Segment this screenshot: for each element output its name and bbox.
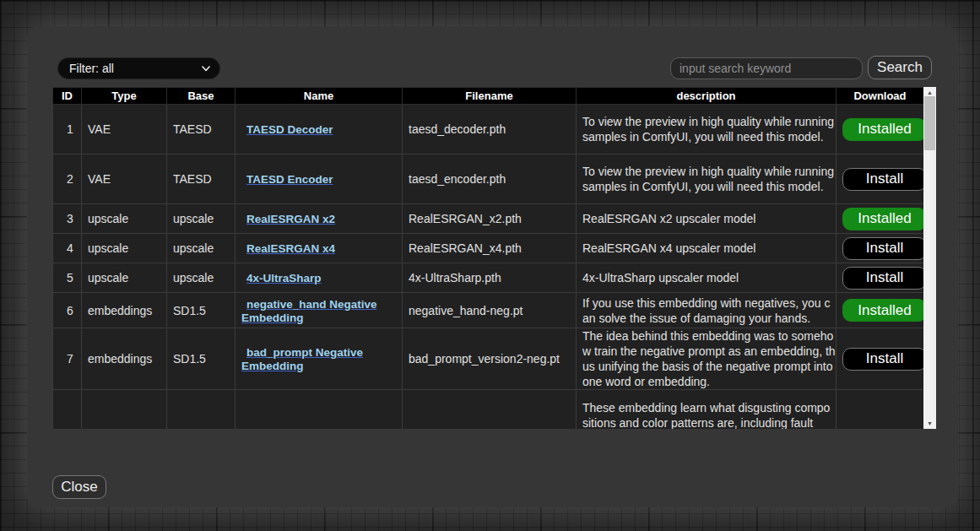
model-name-link[interactable]: 4x-UltraSharp (246, 272, 322, 284)
cell-description: To view the preview in high quality whil… (577, 154, 837, 204)
cell-id: 7 (53, 328, 82, 390)
models-table: ID Type Base Name Filename description D… (52, 87, 924, 429)
cell-type (82, 390, 167, 430)
install-button[interactable]: Install (842, 267, 927, 290)
cell-description: RealESRGAN x4 upscaler model (577, 234, 837, 263)
header-filename: Filename (403, 88, 577, 105)
cell-type: embeddings (82, 293, 167, 328)
install-button[interactable]: Installed (842, 299, 927, 322)
filter-dropdown[interactable]: Filter: all (57, 57, 220, 79)
cell-id: 6 (53, 293, 82, 328)
cell-filename: 4x-UltraSharp.pth (403, 263, 577, 293)
cell-download: Install (837, 234, 924, 263)
cell-filename: RealESRGAN_x2.pth (403, 204, 577, 234)
table-row: 3 upscale upscale RealESRGAN x2 RealESRG… (53, 204, 924, 234)
scrollbar-down-icon[interactable]: ▼ (923, 418, 936, 429)
cell-filename: taesd_decoder.pth (403, 105, 577, 154)
cell-description: RealESRGAN x2 upscaler model (577, 204, 837, 234)
cell-type: embeddings (82, 328, 167, 390)
model-name-link[interactable]: RealESRGAN x4 (246, 242, 335, 255)
install-button[interactable]: Installed (842, 208, 927, 230)
close-button[interactable]: Close (52, 475, 106, 499)
cell-filename: negative_hand-neg.pt (403, 293, 577, 328)
table-row: 7 embeddings SD1.5 bad_prompt Negative E… (53, 328, 924, 390)
cell-id: 5 (53, 263, 82, 293)
header-id: ID (53, 88, 82, 105)
cell-name: negative_hand Negative Embedding (236, 293, 403, 328)
cell-filename (403, 390, 577, 430)
model-name-link[interactable]: RealESRGAN x2 (246, 213, 335, 225)
install-button[interactable]: Install (842, 168, 927, 191)
model-name-link[interactable]: negative_hand Negative Embedding (241, 298, 377, 324)
cell-download (837, 390, 924, 430)
install-models-dialog: Filter: all Search ID Type Base Name Fil… (27, 26, 958, 507)
table-header-row: ID Type Base Name Filename description D… (53, 88, 924, 105)
table-row: 5 upscale upscale 4x-UltraSharp 4x-Ultra… (53, 263, 924, 293)
cell-type: upscale (82, 204, 167, 234)
header-name: Name (236, 88, 403, 105)
table-row: These embedding learn what disgusting co… (53, 390, 924, 430)
cell-description: 4x-UltraSharp upscaler model (577, 263, 837, 293)
cell-id: 2 (53, 154, 82, 204)
cell-name: RealESRGAN x4 (236, 234, 403, 263)
header-download: Download (837, 88, 924, 105)
cell-base: SD1.5 (167, 328, 236, 390)
install-button[interactable]: Install (842, 348, 927, 371)
cell-id (53, 390, 82, 430)
table-row: 1 VAE TAESD TAESD Decoder taesd_decoder.… (53, 105, 924, 154)
scrollbar-thumb[interactable] (924, 96, 935, 150)
header-base: Base (167, 88, 236, 105)
header-type: Type (82, 88, 167, 105)
cell-base: upscale (167, 234, 236, 263)
cell-download: Install (837, 328, 924, 390)
cell-filename: bad_prompt_version2-neg.pt (403, 328, 577, 390)
search-button[interactable]: Search (868, 56, 932, 79)
model-name-link[interactable]: TAESD Decoder (246, 123, 333, 136)
cell-download: Installed (837, 293, 924, 328)
cell-id: 3 (53, 204, 82, 234)
table-scrollbar[interactable]: ▲ ▼ (923, 87, 936, 429)
table-row: 4 upscale upscale RealESRGAN x4 RealESRG… (53, 234, 924, 263)
chevron-down-icon (201, 63, 211, 73)
cell-description: To view the preview in high quality whil… (577, 105, 837, 154)
cell-filename: taesd_encoder.pth (403, 154, 577, 204)
cell-base: SD1.5 (167, 293, 236, 328)
cell-id: 4 (53, 234, 82, 263)
models-table-body: 1 VAE TAESD TAESD Decoder taesd_decoder.… (53, 105, 924, 430)
cell-type: VAE (82, 154, 167, 204)
cell-name: 4x-UltraSharp (236, 263, 403, 293)
cell-base: TAESD (167, 105, 236, 154)
cell-base (167, 390, 236, 430)
cell-base: TAESD (167, 154, 236, 204)
cell-name: TAESD Decoder (236, 105, 403, 154)
cell-download: Install (837, 154, 924, 204)
models-table-container: ID Type Base Name Filename description D… (52, 87, 936, 429)
cell-download: Install (837, 263, 924, 293)
model-name-link[interactable]: TAESD Encoder (246, 173, 333, 186)
cell-name: TAESD Encoder (236, 154, 403, 204)
cell-name: RealESRGAN x2 (236, 204, 403, 234)
table-row: 6 embeddings SD1.5 negative_hand Negativ… (53, 293, 924, 328)
cell-name (236, 390, 403, 430)
cell-filename: RealESRGAN_x4.pth (403, 234, 577, 263)
table-row: 2 VAE TAESD TAESD Encoder taesd_encoder.… (53, 154, 924, 204)
cell-type: upscale (82, 234, 167, 263)
search-input[interactable] (670, 57, 863, 79)
cell-type: upscale (82, 263, 167, 293)
cell-description: If you use this embedding with negatives… (577, 293, 837, 328)
header-description: description (577, 88, 837, 105)
cell-base: upscale (167, 263, 236, 293)
cell-description: These embedding learn what disgusting co… (577, 390, 837, 430)
install-button[interactable]: Installed (842, 118, 927, 141)
cell-download: Installed (837, 105, 924, 154)
model-name-link[interactable]: bad_prompt Negative Embedding (241, 346, 363, 372)
filter-dropdown-value: Filter: all (69, 62, 201, 75)
cell-base: upscale (167, 204, 236, 234)
cell-name: bad_prompt Negative Embedding (236, 328, 403, 390)
cell-download: Installed (837, 204, 924, 234)
cell-description: The idea behind this embedding was to so… (577, 328, 837, 390)
cell-type: VAE (82, 105, 167, 154)
install-button[interactable]: Install (842, 237, 927, 260)
cell-id: 1 (53, 105, 82, 154)
